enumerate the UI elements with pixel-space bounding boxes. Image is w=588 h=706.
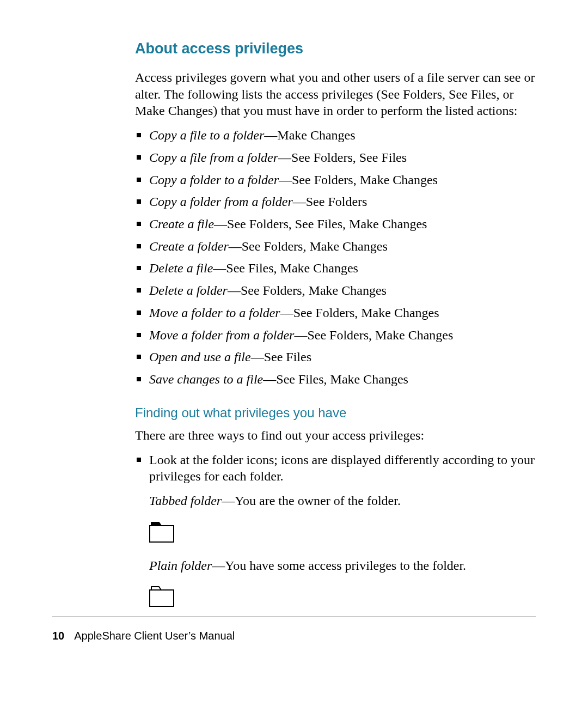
list-item: Copy a file from a folder—See Folders, S… bbox=[135, 149, 543, 166]
privilege-desc: —See Files, Make Changes bbox=[213, 261, 358, 275]
page-footer: 10AppleShare Client User’s Manual bbox=[52, 630, 235, 642]
methods-list: Look at the folder icons; icons are disp… bbox=[135, 452, 543, 608]
list-item: Move a folder from a folder—See Folders,… bbox=[135, 327, 543, 344]
intro-paragraph: Access privileges govern what you and ot… bbox=[135, 69, 543, 119]
section-heading: About access privileges bbox=[135, 40, 543, 57]
folder-type-term: Plain folder bbox=[149, 558, 212, 573]
privilege-term: Open and use a file bbox=[149, 350, 251, 364]
list-item: Copy a file to a folder—Make Changes bbox=[135, 127, 543, 144]
privilege-desc: —See Folders, Make Changes bbox=[228, 283, 387, 297]
folder-type-desc: —You have some access privileges to the … bbox=[212, 558, 466, 573]
privilege-desc: —See Folders, Make Changes bbox=[279, 173, 438, 187]
privilege-desc: —See Folders, Make Changes bbox=[294, 328, 453, 342]
privilege-term: Create a file bbox=[149, 217, 214, 231]
privilege-term: Delete a file bbox=[149, 261, 213, 275]
privilege-desc: —See Folders, Make Changes bbox=[229, 239, 388, 253]
tabbed-folder-icon bbox=[149, 520, 543, 543]
privilege-term: Create a folder bbox=[149, 239, 229, 253]
page-number: 10 bbox=[52, 630, 64, 642]
list-item: Create a file—See Folders, See Files, Ma… bbox=[135, 216, 543, 233]
list-item: Open and use a file—See Files bbox=[135, 349, 543, 366]
privilege-desc: —See Folders, See Files bbox=[278, 150, 407, 165]
sub-intro-paragraph: There are three ways to find out your ac… bbox=[135, 427, 543, 444]
privilege-desc: —See Files, Make Changes bbox=[263, 372, 408, 386]
privilege-term: Copy a folder to a folder bbox=[149, 173, 279, 187]
subsection-heading: Finding out what privileges you have bbox=[135, 405, 543, 421]
privilege-term: Copy a folder from a folder bbox=[149, 194, 293, 209]
document-page: About access privileges Access privilege… bbox=[0, 0, 588, 706]
privilege-term: Copy a file to a folder bbox=[149, 128, 264, 142]
privileges-list: Copy a file to a folder—Make Changes Cop… bbox=[135, 127, 543, 388]
privilege-desc: —See Folders, Make Changes bbox=[280, 306, 439, 320]
privilege-term: Save changes to a file bbox=[149, 372, 263, 386]
list-item: Look at the folder icons; icons are disp… bbox=[135, 452, 543, 608]
svg-rect-1 bbox=[150, 590, 174, 606]
privilege-desc: —Make Changes bbox=[264, 128, 355, 142]
privilege-term: Copy a file from a folder bbox=[149, 150, 278, 165]
folder-type-term: Tabbed folder bbox=[149, 494, 222, 508]
privilege-term: Move a folder from a folder bbox=[149, 328, 294, 342]
folder-type-line: Tabbed folder—You are the owner of the f… bbox=[149, 492, 543, 509]
list-item: Move a folder to a folder—See Folders, M… bbox=[135, 305, 543, 321]
list-item: Copy a folder from a folder—See Folders bbox=[135, 193, 543, 210]
list-item: Create a folder—See Folders, Make Change… bbox=[135, 238, 543, 255]
folder-type-desc: —You are the owner of the folder. bbox=[222, 494, 401, 508]
footer-rule bbox=[52, 617, 536, 617]
list-item: Save changes to a file—See Files, Make C… bbox=[135, 371, 543, 388]
folder-type-line: Plain folder—You have some access privil… bbox=[149, 557, 543, 574]
method-text: Look at the folder icons; icons are disp… bbox=[149, 453, 535, 484]
list-item: Delete a folder—See Folders, Make Change… bbox=[135, 282, 543, 299]
privilege-desc: —See Folders bbox=[293, 194, 367, 209]
manual-title: AppleShare Client User’s Manual bbox=[74, 630, 235, 642]
privilege-desc: —See Folders, See Files, Make Changes bbox=[214, 217, 427, 231]
content-column: About access privileges Access privilege… bbox=[135, 40, 543, 622]
privilege-term: Move a folder to a folder bbox=[149, 306, 280, 320]
list-item: Copy a folder to a folder—See Folders, M… bbox=[135, 172, 543, 188]
plain-folder-icon bbox=[149, 585, 543, 607]
privilege-term: Delete a folder bbox=[149, 283, 228, 297]
privilege-desc: —See Files bbox=[251, 350, 311, 364]
svg-rect-0 bbox=[150, 526, 174, 542]
list-item: Delete a file—See Files, Make Changes bbox=[135, 260, 543, 277]
